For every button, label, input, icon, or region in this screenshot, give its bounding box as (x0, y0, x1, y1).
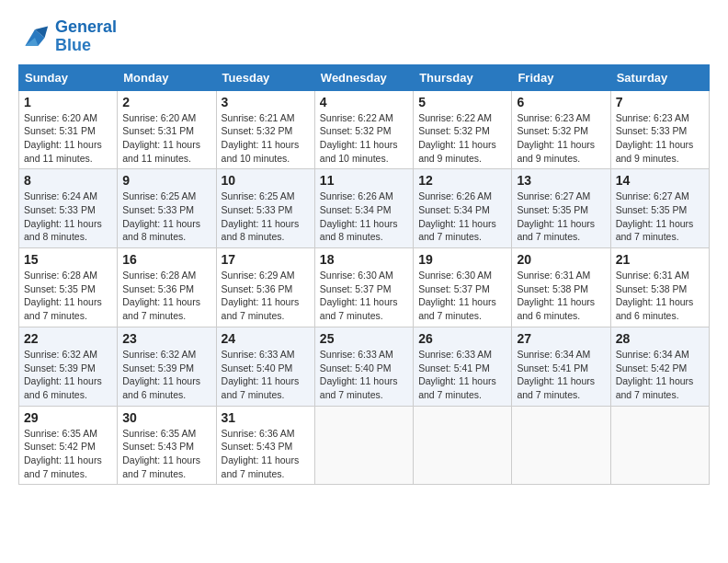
calendar-day-cell: 11Sunrise: 6:26 AM Sunset: 5:34 PM Dayli… (314, 169, 413, 248)
logo-text: General Blue (55, 18, 117, 55)
day-info: Sunrise: 6:29 AM Sunset: 5:36 PM Dayligh… (222, 269, 310, 323)
calendar-week-row: 22Sunrise: 6:32 AM Sunset: 5:39 PM Dayli… (19, 327, 710, 406)
calendar-day-cell (610, 406, 709, 485)
calendar-day-cell: 24Sunrise: 6:33 AM Sunset: 5:40 PM Dayli… (216, 327, 314, 406)
day-info: Sunrise: 6:32 AM Sunset: 5:39 PM Dayligh… (24, 348, 112, 402)
day-number: 10 (222, 173, 310, 188)
day-info: Sunrise: 6:33 AM Sunset: 5:40 PM Dayligh… (222, 348, 310, 402)
calendar-day-cell: 12Sunrise: 6:26 AM Sunset: 5:34 PM Dayli… (414, 169, 512, 248)
day-info: Sunrise: 6:20 AM Sunset: 5:31 PM Dayligh… (122, 111, 210, 166)
day-number: 13 (517, 173, 605, 188)
day-info: Sunrise: 6:36 AM Sunset: 5:43 PM Dayligh… (222, 427, 310, 481)
logo: General Blue (18, 18, 117, 55)
calendar-day-cell: 9Sunrise: 6:25 AM Sunset: 5:33 PM Daylig… (118, 169, 216, 248)
calendar-day-cell: 20Sunrise: 6:31 AM Sunset: 5:38 PM Dayli… (512, 248, 610, 327)
calendar-day-cell: 31Sunrise: 6:36 AM Sunset: 5:43 PM Dayli… (216, 406, 314, 485)
calendar-day-cell: 2Sunrise: 6:20 AM Sunset: 5:31 PM Daylig… (118, 90, 216, 169)
calendar-header-row: SundayMondayTuesdayWednesdayThursdayFrid… (19, 64, 710, 90)
day-info: Sunrise: 6:34 AM Sunset: 5:42 PM Dayligh… (616, 348, 704, 402)
day-number: 3 (222, 95, 310, 109)
day-number: 12 (418, 173, 506, 188)
calendar-day-cell: 5Sunrise: 6:22 AM Sunset: 5:32 PM Daylig… (414, 90, 512, 169)
day-number: 15 (24, 252, 112, 267)
calendar-day-cell: 23Sunrise: 6:32 AM Sunset: 5:39 PM Dayli… (118, 327, 216, 406)
day-number: 2 (122, 95, 210, 109)
calendar-day-cell (512, 406, 610, 485)
calendar-day-cell (414, 406, 512, 485)
calendar-week-row: 29Sunrise: 6:35 AM Sunset: 5:42 PM Dayli… (19, 406, 710, 485)
calendar-day-cell: 25Sunrise: 6:33 AM Sunset: 5:40 PM Dayli… (314, 327, 413, 406)
calendar-day-cell: 6Sunrise: 6:23 AM Sunset: 5:32 PM Daylig… (512, 90, 610, 169)
calendar-week-row: 15Sunrise: 6:28 AM Sunset: 5:35 PM Dayli… (19, 248, 710, 327)
day-number: 31 (222, 410, 310, 425)
day-number: 28 (616, 331, 704, 346)
calendar-day-cell: 26Sunrise: 6:33 AM Sunset: 5:41 PM Dayli… (414, 327, 512, 406)
day-number: 30 (122, 410, 210, 425)
day-number: 27 (517, 331, 605, 346)
day-number: 14 (616, 173, 704, 188)
calendar-day-cell: 21Sunrise: 6:31 AM Sunset: 5:38 PM Dayli… (610, 248, 709, 327)
day-info: Sunrise: 6:25 AM Sunset: 5:33 PM Dayligh… (122, 190, 210, 244)
day-info: Sunrise: 6:26 AM Sunset: 5:34 PM Dayligh… (320, 190, 408, 244)
calendar-header-cell: Friday (512, 64, 610, 90)
calendar-header-cell: Wednesday (314, 64, 413, 90)
calendar-day-cell: 27Sunrise: 6:34 AM Sunset: 5:41 PM Dayli… (512, 327, 610, 406)
calendar-header-cell: Saturday (610, 64, 709, 90)
day-number: 26 (418, 331, 506, 346)
day-info: Sunrise: 6:35 AM Sunset: 5:43 PM Dayligh… (122, 427, 210, 481)
calendar-day-cell: 17Sunrise: 6:29 AM Sunset: 5:36 PM Dayli… (216, 248, 314, 327)
day-info: Sunrise: 6:30 AM Sunset: 5:37 PM Dayligh… (418, 269, 506, 323)
day-number: 9 (122, 173, 210, 188)
calendar-day-cell: 14Sunrise: 6:27 AM Sunset: 5:35 PM Dayli… (610, 169, 709, 248)
day-info: Sunrise: 6:28 AM Sunset: 5:35 PM Dayligh… (24, 269, 112, 323)
day-number: 11 (320, 173, 408, 188)
day-number: 19 (418, 252, 506, 267)
calendar-day-cell: 18Sunrise: 6:30 AM Sunset: 5:37 PM Dayli… (314, 248, 413, 327)
day-number: 20 (517, 252, 605, 267)
logo-icon (18, 23, 51, 51)
calendar-table: SundayMondayTuesdayWednesdayThursdayFrid… (18, 64, 710, 486)
calendar-day-cell: 19Sunrise: 6:30 AM Sunset: 5:37 PM Dayli… (414, 248, 512, 327)
calendar-day-cell (314, 406, 413, 485)
calendar-body: 1Sunrise: 6:20 AM Sunset: 5:31 PM Daylig… (19, 90, 710, 485)
calendar-header-cell: Thursday (414, 64, 512, 90)
day-number: 23 (122, 331, 210, 346)
day-info: Sunrise: 6:27 AM Sunset: 5:35 PM Dayligh… (517, 190, 605, 244)
day-info: Sunrise: 6:33 AM Sunset: 5:41 PM Dayligh… (418, 348, 506, 402)
calendar-day-cell: 4Sunrise: 6:22 AM Sunset: 5:32 PM Daylig… (314, 90, 413, 169)
calendar-day-cell: 16Sunrise: 6:28 AM Sunset: 5:36 PM Dayli… (118, 248, 216, 327)
day-info: Sunrise: 6:28 AM Sunset: 5:36 PM Dayligh… (122, 269, 210, 323)
day-info: Sunrise: 6:22 AM Sunset: 5:32 PM Dayligh… (320, 111, 408, 166)
day-number: 6 (517, 95, 605, 109)
day-info: Sunrise: 6:32 AM Sunset: 5:39 PM Dayligh… (122, 348, 210, 402)
calendar-week-row: 8Sunrise: 6:24 AM Sunset: 5:33 PM Daylig… (19, 169, 710, 248)
day-number: 25 (320, 331, 408, 346)
day-info: Sunrise: 6:23 AM Sunset: 5:32 PM Dayligh… (517, 111, 605, 166)
day-info: Sunrise: 6:20 AM Sunset: 5:31 PM Dayligh… (24, 111, 112, 166)
day-number: 21 (616, 252, 704, 267)
calendar-day-cell: 30Sunrise: 6:35 AM Sunset: 5:43 PM Dayli… (118, 406, 216, 485)
day-info: Sunrise: 6:31 AM Sunset: 5:38 PM Dayligh… (517, 269, 605, 323)
calendar-day-cell: 13Sunrise: 6:27 AM Sunset: 5:35 PM Dayli… (512, 169, 610, 248)
day-info: Sunrise: 6:31 AM Sunset: 5:38 PM Dayligh… (616, 269, 704, 323)
day-info: Sunrise: 6:21 AM Sunset: 5:32 PM Dayligh… (222, 111, 310, 166)
calendar-day-cell: 7Sunrise: 6:23 AM Sunset: 5:33 PM Daylig… (610, 90, 709, 169)
day-info: Sunrise: 6:35 AM Sunset: 5:42 PM Dayligh… (24, 427, 112, 481)
day-info: Sunrise: 6:24 AM Sunset: 5:33 PM Dayligh… (24, 190, 112, 244)
calendar-header-cell: Tuesday (216, 64, 314, 90)
day-number: 17 (222, 252, 310, 267)
day-number: 8 (24, 173, 112, 188)
day-info: Sunrise: 6:34 AM Sunset: 5:41 PM Dayligh… (517, 348, 605, 402)
day-info: Sunrise: 6:33 AM Sunset: 5:40 PM Dayligh… (320, 348, 408, 402)
calendar-day-cell: 15Sunrise: 6:28 AM Sunset: 5:35 PM Dayli… (19, 248, 118, 327)
day-info: Sunrise: 6:26 AM Sunset: 5:34 PM Dayligh… (418, 190, 506, 244)
day-number: 1 (24, 95, 112, 109)
day-number: 29 (24, 410, 112, 425)
calendar-week-row: 1Sunrise: 6:20 AM Sunset: 5:31 PM Daylig… (19, 90, 710, 169)
calendar-day-cell: 1Sunrise: 6:20 AM Sunset: 5:31 PM Daylig… (19, 90, 118, 169)
calendar-day-cell: 10Sunrise: 6:25 AM Sunset: 5:33 PM Dayli… (216, 169, 314, 248)
day-number: 22 (24, 331, 112, 346)
day-info: Sunrise: 6:30 AM Sunset: 5:37 PM Dayligh… (320, 269, 408, 323)
day-number: 16 (122, 252, 210, 267)
day-number: 7 (616, 95, 704, 109)
